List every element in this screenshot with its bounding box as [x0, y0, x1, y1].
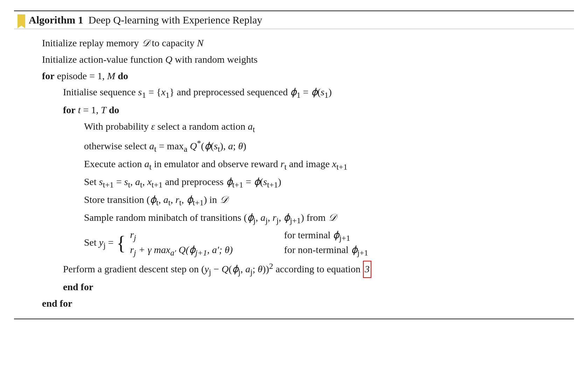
line-execute: Execute action at in emulator and observ…: [21, 156, 567, 173]
algorithm-header: Algorithm 1 Deep Q-learning with Experie…: [14, 11, 574, 29]
brace-container: { rj for terminal ϕj+1 rj + γ maxa′ Q(ϕj…: [117, 229, 368, 258]
line-init-seq: Initialise sequence s1 = {x1} and prepro…: [21, 84, 567, 102]
piecewise-row-2: rj + γ maxa′ Q(ϕj+1, a′; θ) for non-term…: [130, 244, 368, 258]
algorithm-title-rest: Deep Q-learning with Experience Replay: [89, 14, 262, 26]
line-store: Store transition (ϕt, at, rt, ϕt+1) in 𝒟: [21, 192, 567, 209]
case2-expr: rj + γ maxa′ Q(ϕj+1, a′; θ): [130, 244, 263, 258]
line-end-for-inner: end for: [21, 279, 567, 295]
line-for-t: for t = 1, T do: [21, 102, 567, 118]
equation-ref: 3: [363, 261, 371, 278]
line-init-q: Initialize action-value function Q with …: [21, 52, 567, 68]
line-perform: Perform a gradient descent step on (yj −…: [21, 260, 567, 279]
line-otherwise: otherwise select at = maxa Q*(ϕ(st), a; …: [21, 137, 567, 156]
bookmark-icon: [18, 14, 25, 26]
piecewise-row-1: rj for terminal ϕj+1: [130, 229, 368, 243]
line-for-episode: for episode = 1, M do: [21, 68, 567, 84]
line-with-prob: With probability ε select a random actio…: [21, 119, 567, 136]
piecewise-cases: rj for terminal ϕj+1 rj + γ maxa′ Q(ϕj+1…: [130, 229, 368, 258]
set-yj-label: Set yj =: [84, 237, 114, 250]
line-set-s: Set st+1 = st, at, xt+1 and preprocess ϕ…: [21, 174, 567, 191]
line-end-for-outer: end for: [21, 296, 567, 312]
line-init-memory: Initialize replay memory 𝒟 to capacity N: [21, 35, 567, 51]
algorithm-title-bold: Algorithm 1: [29, 14, 83, 26]
algorithm-body: Initialize replay memory 𝒟 to capacity N…: [14, 29, 574, 319]
algorithm-title: Algorithm 1 Deep Q-learning with Experie…: [29, 14, 262, 26]
left-brace: {: [117, 233, 126, 253]
case2-cond: for non-terminal ϕj+1: [284, 244, 368, 258]
line-sample: Sample random minibatch of transitions (…: [21, 210, 567, 227]
case1-expr: rj: [130, 229, 263, 243]
line-set-yj: Set yj = { rj for terminal ϕj+1 rj +: [21, 229, 567, 258]
algorithm-box: Algorithm 1 Deep Q-learning with Experie…: [14, 11, 574, 319]
case1-cond: for terminal ϕj+1: [284, 229, 350, 243]
